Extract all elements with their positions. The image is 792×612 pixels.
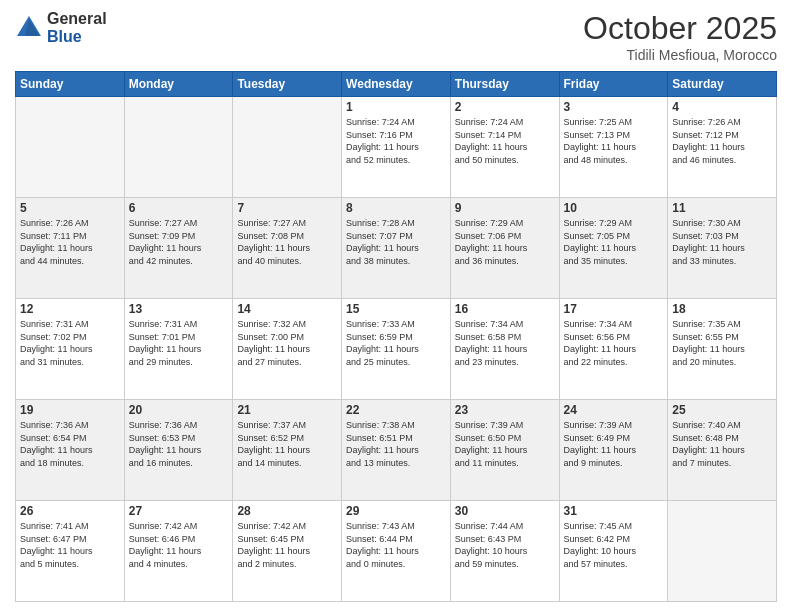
calendar-day-cell: 20Sunrise: 7:36 AMSunset: 6:53 PMDayligh… xyxy=(124,400,233,501)
calendar-day-cell: 25Sunrise: 7:40 AMSunset: 6:48 PMDayligh… xyxy=(668,400,777,501)
day-info: Sunrise: 7:42 AMSunset: 6:45 PMDaylight:… xyxy=(237,520,337,570)
calendar-day-cell: 30Sunrise: 7:44 AMSunset: 6:43 PMDayligh… xyxy=(450,501,559,602)
location: Tidili Mesfioua, Morocco xyxy=(583,47,777,63)
day-number: 8 xyxy=(346,201,446,215)
day-number: 30 xyxy=(455,504,555,518)
day-info: Sunrise: 7:41 AMSunset: 6:47 PMDaylight:… xyxy=(20,520,120,570)
month-title: October 2025 xyxy=(583,10,777,47)
calendar-week-row: 26Sunrise: 7:41 AMSunset: 6:47 PMDayligh… xyxy=(16,501,777,602)
logo-blue-text: Blue xyxy=(47,28,107,46)
calendar-day-cell: 11Sunrise: 7:30 AMSunset: 7:03 PMDayligh… xyxy=(668,198,777,299)
day-number: 29 xyxy=(346,504,446,518)
day-number: 12 xyxy=(20,302,120,316)
header: General Blue October 2025 Tidili Mesfiou… xyxy=(15,10,777,63)
calendar-day-cell: 24Sunrise: 7:39 AMSunset: 6:49 PMDayligh… xyxy=(559,400,668,501)
day-info: Sunrise: 7:27 AMSunset: 7:08 PMDaylight:… xyxy=(237,217,337,267)
day-number: 21 xyxy=(237,403,337,417)
day-number: 22 xyxy=(346,403,446,417)
calendar-day-cell: 10Sunrise: 7:29 AMSunset: 7:05 PMDayligh… xyxy=(559,198,668,299)
calendar-week-row: 1Sunrise: 7:24 AMSunset: 7:16 PMDaylight… xyxy=(16,97,777,198)
calendar-day-cell xyxy=(124,97,233,198)
day-number: 7 xyxy=(237,201,337,215)
day-number: 27 xyxy=(129,504,229,518)
day-number: 9 xyxy=(455,201,555,215)
day-info: Sunrise: 7:44 AMSunset: 6:43 PMDaylight:… xyxy=(455,520,555,570)
day-number: 20 xyxy=(129,403,229,417)
day-header-wednesday: Wednesday xyxy=(342,72,451,97)
calendar-day-cell: 3Sunrise: 7:25 AMSunset: 7:13 PMDaylight… xyxy=(559,97,668,198)
day-number: 18 xyxy=(672,302,772,316)
day-info: Sunrise: 7:34 AMSunset: 6:56 PMDaylight:… xyxy=(564,318,664,368)
day-number: 25 xyxy=(672,403,772,417)
logo-icon xyxy=(15,14,43,42)
page: General Blue October 2025 Tidili Mesfiou… xyxy=(0,0,792,612)
day-number: 23 xyxy=(455,403,555,417)
calendar-day-cell: 17Sunrise: 7:34 AMSunset: 6:56 PMDayligh… xyxy=(559,299,668,400)
calendar-week-row: 19Sunrise: 7:36 AMSunset: 6:54 PMDayligh… xyxy=(16,400,777,501)
calendar-day-cell xyxy=(233,97,342,198)
day-info: Sunrise: 7:24 AMSunset: 7:16 PMDaylight:… xyxy=(346,116,446,166)
day-info: Sunrise: 7:33 AMSunset: 6:59 PMDaylight:… xyxy=(346,318,446,368)
day-info: Sunrise: 7:26 AMSunset: 7:12 PMDaylight:… xyxy=(672,116,772,166)
calendar-day-cell: 27Sunrise: 7:42 AMSunset: 6:46 PMDayligh… xyxy=(124,501,233,602)
day-header-sunday: Sunday xyxy=(16,72,125,97)
calendar-day-cell: 8Sunrise: 7:28 AMSunset: 7:07 PMDaylight… xyxy=(342,198,451,299)
calendar-header-row: SundayMondayTuesdayWednesdayThursdayFrid… xyxy=(16,72,777,97)
calendar-day-cell: 7Sunrise: 7:27 AMSunset: 7:08 PMDaylight… xyxy=(233,198,342,299)
day-info: Sunrise: 7:27 AMSunset: 7:09 PMDaylight:… xyxy=(129,217,229,267)
calendar: SundayMondayTuesdayWednesdayThursdayFrid… xyxy=(15,71,777,602)
calendar-day-cell: 29Sunrise: 7:43 AMSunset: 6:44 PMDayligh… xyxy=(342,501,451,602)
calendar-day-cell: 6Sunrise: 7:27 AMSunset: 7:09 PMDaylight… xyxy=(124,198,233,299)
calendar-day-cell: 12Sunrise: 7:31 AMSunset: 7:02 PMDayligh… xyxy=(16,299,125,400)
day-info: Sunrise: 7:43 AMSunset: 6:44 PMDaylight:… xyxy=(346,520,446,570)
day-info: Sunrise: 7:35 AMSunset: 6:55 PMDaylight:… xyxy=(672,318,772,368)
calendar-day-cell: 15Sunrise: 7:33 AMSunset: 6:59 PMDayligh… xyxy=(342,299,451,400)
day-number: 28 xyxy=(237,504,337,518)
calendar-week-row: 12Sunrise: 7:31 AMSunset: 7:02 PMDayligh… xyxy=(16,299,777,400)
day-info: Sunrise: 7:39 AMSunset: 6:50 PMDaylight:… xyxy=(455,419,555,469)
day-number: 13 xyxy=(129,302,229,316)
day-info: Sunrise: 7:32 AMSunset: 7:00 PMDaylight:… xyxy=(237,318,337,368)
day-info: Sunrise: 7:45 AMSunset: 6:42 PMDaylight:… xyxy=(564,520,664,570)
calendar-day-cell: 14Sunrise: 7:32 AMSunset: 7:00 PMDayligh… xyxy=(233,299,342,400)
day-info: Sunrise: 7:40 AMSunset: 6:48 PMDaylight:… xyxy=(672,419,772,469)
day-info: Sunrise: 7:39 AMSunset: 6:49 PMDaylight:… xyxy=(564,419,664,469)
day-number: 15 xyxy=(346,302,446,316)
calendar-day-cell: 16Sunrise: 7:34 AMSunset: 6:58 PMDayligh… xyxy=(450,299,559,400)
day-info: Sunrise: 7:36 AMSunset: 6:54 PMDaylight:… xyxy=(20,419,120,469)
day-number: 17 xyxy=(564,302,664,316)
logo: General Blue xyxy=(15,10,107,45)
calendar-day-cell xyxy=(668,501,777,602)
day-number: 6 xyxy=(129,201,229,215)
day-info: Sunrise: 7:28 AMSunset: 7:07 PMDaylight:… xyxy=(346,217,446,267)
day-info: Sunrise: 7:26 AMSunset: 7:11 PMDaylight:… xyxy=(20,217,120,267)
calendar-day-cell: 5Sunrise: 7:26 AMSunset: 7:11 PMDaylight… xyxy=(16,198,125,299)
day-header-tuesday: Tuesday xyxy=(233,72,342,97)
day-number: 16 xyxy=(455,302,555,316)
calendar-day-cell: 2Sunrise: 7:24 AMSunset: 7:14 PMDaylight… xyxy=(450,97,559,198)
day-number: 10 xyxy=(564,201,664,215)
day-number: 14 xyxy=(237,302,337,316)
logo-general-text: General xyxy=(47,10,107,28)
day-header-saturday: Saturday xyxy=(668,72,777,97)
calendar-day-cell: 22Sunrise: 7:38 AMSunset: 6:51 PMDayligh… xyxy=(342,400,451,501)
logo-text: General Blue xyxy=(47,10,107,45)
calendar-day-cell: 13Sunrise: 7:31 AMSunset: 7:01 PMDayligh… xyxy=(124,299,233,400)
day-info: Sunrise: 7:29 AMSunset: 7:05 PMDaylight:… xyxy=(564,217,664,267)
calendar-day-cell: 9Sunrise: 7:29 AMSunset: 7:06 PMDaylight… xyxy=(450,198,559,299)
calendar-day-cell: 1Sunrise: 7:24 AMSunset: 7:16 PMDaylight… xyxy=(342,97,451,198)
day-info: Sunrise: 7:37 AMSunset: 6:52 PMDaylight:… xyxy=(237,419,337,469)
day-info: Sunrise: 7:42 AMSunset: 6:46 PMDaylight:… xyxy=(129,520,229,570)
day-info: Sunrise: 7:24 AMSunset: 7:14 PMDaylight:… xyxy=(455,116,555,166)
calendar-day-cell: 23Sunrise: 7:39 AMSunset: 6:50 PMDayligh… xyxy=(450,400,559,501)
calendar-day-cell: 31Sunrise: 7:45 AMSunset: 6:42 PMDayligh… xyxy=(559,501,668,602)
day-info: Sunrise: 7:31 AMSunset: 7:02 PMDaylight:… xyxy=(20,318,120,368)
day-number: 3 xyxy=(564,100,664,114)
day-header-thursday: Thursday xyxy=(450,72,559,97)
day-number: 2 xyxy=(455,100,555,114)
calendar-day-cell: 18Sunrise: 7:35 AMSunset: 6:55 PMDayligh… xyxy=(668,299,777,400)
calendar-day-cell xyxy=(16,97,125,198)
day-number: 31 xyxy=(564,504,664,518)
calendar-day-cell: 19Sunrise: 7:36 AMSunset: 6:54 PMDayligh… xyxy=(16,400,125,501)
day-info: Sunrise: 7:36 AMSunset: 6:53 PMDaylight:… xyxy=(129,419,229,469)
